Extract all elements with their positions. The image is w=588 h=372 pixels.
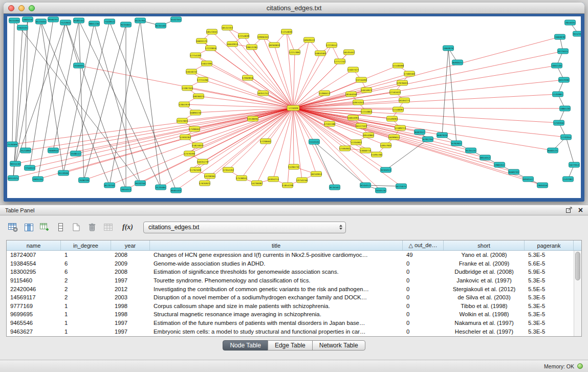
column-header-short[interactable]: short: [444, 240, 525, 250]
cell-year: 2009: [111, 260, 150, 267]
cell-short: Franke et al. (2009): [444, 260, 525, 267]
tab-edge-table[interactable]: Edge Table: [268, 340, 313, 351]
close-window-button[interactable]: [8, 5, 14, 11]
graph-node-label: 10906341: [257, 36, 269, 38]
column-header-name[interactable]: name: [7, 240, 61, 250]
graph-node-label: 12354192: [223, 169, 234, 171]
cell-out_degree: 0: [403, 311, 444, 317]
table-row[interactable]: 1872400712008Changes of HCN gene express…: [7, 251, 574, 259]
table-row[interactable]: 1456911722003Disruption of a novel membe…: [7, 293, 574, 302]
window-controls: [8, 5, 35, 11]
graph-node-label: 2606950: [48, 149, 58, 152]
create-table-button[interactable]: [70, 221, 83, 234]
cell-in_degree: 1: [61, 329, 111, 335]
graph-node-label: 17538041: [236, 177, 247, 180]
minimize-window-button[interactable]: [18, 5, 25, 11]
graph-node-label: 5905135: [33, 178, 42, 181]
graph-node-label: 9245012: [360, 184, 370, 187]
cell-pagerank: 5.3E-5: [525, 277, 574, 283]
table-row[interactable]: 946554611997Estimation of the future num…: [7, 319, 574, 327]
show-hide-columns-button[interactable]: [22, 221, 35, 234]
graph-node-label: 11548498: [393, 64, 404, 67]
graph-node-label: 18240953: [311, 173, 322, 176]
graph-node-label: 1770354: [561, 136, 571, 139]
tab-network-table[interactable]: Network Table: [312, 340, 365, 351]
graph-node-label: 8221675: [396, 185, 406, 188]
table-row[interactable]: 969969511998Structural magnetic resonanc…: [7, 310, 574, 319]
table-row[interactable]: 1938455462009Genome-wide association stu…: [7, 259, 574, 268]
column-header-title[interactable]: title: [150, 240, 403, 250]
graph-node-label: 11930287: [180, 136, 191, 139]
graph-node-label: 14538091: [247, 118, 258, 120]
graph-node-label: 17598462: [189, 128, 200, 130]
function-builder-button[interactable]: f(x): [122, 223, 133, 231]
cell-out_degree: 0: [403, 329, 444, 335]
close-panel-icon[interactable]: ×: [578, 206, 583, 214]
table-row[interactable]: 946362711997Embryonic stem cells: a mode…: [7, 327, 574, 336]
graph-edge: [293, 108, 528, 179]
graph-node-label: 12254839: [238, 35, 249, 37]
scrollbar-thumb[interactable]: [575, 252, 580, 280]
cell-pagerank: 5.3E-5: [525, 294, 574, 300]
graph-node-label: 12754183: [190, 54, 201, 57]
column-header-year[interactable]: year: [111, 240, 150, 250]
table-options-button[interactable]: [6, 221, 19, 234]
cell-pagerank: 5.3E-5: [525, 320, 574, 326]
graph-node-label: 12204907: [351, 141, 362, 144]
graph-edge: [140, 20, 161, 187]
node-table: namein_degreeyeartitle△ out_de…shortpage…: [6, 240, 582, 337]
column-header-in_degree[interactable]: in_degree: [61, 240, 111, 250]
cell-name: 19384554: [7, 260, 61, 267]
graph-node-label: 8565103: [171, 189, 181, 192]
cell-title: Disruption of a novel member of a sodium…: [150, 294, 403, 300]
cell-year: 2003: [111, 294, 150, 300]
tab-node-table[interactable]: Node Table: [223, 340, 268, 351]
table-row[interactable]: 1830029562008Estimation of significance …: [7, 268, 574, 276]
graph-node-label: 16304215: [268, 178, 279, 181]
cell-title: Changes of HCN gene expression and I(f) …: [150, 252, 403, 258]
table-row[interactable]: 977716911998Corpus callosum shape and si…: [7, 302, 574, 311]
graph-node-label: 8231540: [156, 25, 165, 27]
graph-node-label: 7503913: [104, 20, 114, 23]
table-select-dropdown[interactable]: citations_edges.txt: [143, 222, 346, 233]
graph-node-label: 1210356: [554, 122, 563, 124]
graph-node-label: 16035278: [197, 161, 208, 163]
zoom-window-button[interactable]: [29, 5, 35, 11]
network-window-titlebar[interactable]: citations_edges.txt: [4, 3, 584, 14]
table-row[interactable]: 2242004622012Investigating the contribut…: [7, 285, 574, 293]
graph-node-label: 9513046: [58, 172, 68, 174]
graph-edge: [293, 53, 320, 108]
graph-edge: [314, 142, 335, 187]
table-row[interactable]: 911546021997Tourette syndrome. Phenomeno…: [7, 276, 574, 285]
column-layout-button[interactable]: [54, 221, 67, 234]
table-scrollbar[interactable]: [574, 251, 581, 336]
float-panel-icon[interactable]: [566, 207, 572, 214]
graph-node-label: 9015130: [10, 163, 20, 165]
graph-node-label: 8460233: [509, 171, 518, 173]
dropdown-arrows-icon: [339, 222, 342, 233]
graph-node-label: 16351253: [257, 92, 269, 95]
create-table-icon: [73, 223, 80, 231]
create-column-button[interactable]: [38, 221, 51, 234]
graph-node-label: 8487919: [437, 134, 447, 137]
graph-node-label: 11607427: [347, 69, 359, 71]
graph-node-label: 12841976: [179, 103, 190, 106]
delete-table-button[interactable]: [85, 221, 99, 234]
column-header-pagerank[interactable]: pagerank: [525, 240, 574, 250]
cell-title: Structural magnetic resonance image aver…: [150, 311, 403, 317]
network-canvas[interactable]: 1852304116604125172208161275418315647091…: [7, 16, 581, 198]
import-table-button[interactable]: [101, 221, 115, 234]
graph-node-label: 1664879: [443, 47, 453, 50]
graph-node-label: 14850583: [315, 52, 326, 55]
graph-edge: [66, 23, 79, 65]
graph-node-label: 16099657: [388, 136, 400, 139]
cell-short: Dudbridge et al. (2008): [444, 269, 525, 275]
cell-year: 1997: [111, 277, 150, 283]
column-header-out_degree[interactable]: △ out_de…: [403, 240, 444, 250]
status-bar: Memory: OK: [0, 360, 588, 372]
graph-node-label: 13216490: [356, 79, 367, 81]
graph-node-label: 17717243: [334, 60, 345, 63]
graph-node-label: 11254830: [281, 31, 292, 33]
graph-node-label: 14957904: [380, 144, 391, 147]
graph-node-label: 2845016: [537, 184, 547, 187]
